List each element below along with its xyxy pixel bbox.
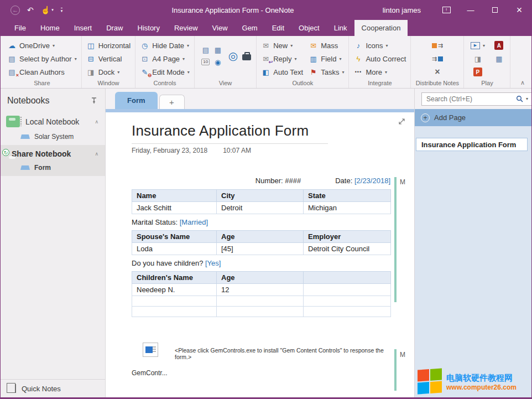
tab-insert[interactable]: Insert bbox=[67, 20, 100, 36]
tab-view[interactable]: View bbox=[205, 20, 235, 36]
auto-correct-button[interactable]: ϟ Auto Correct bbox=[352, 52, 408, 65]
field-button[interactable]: ▥ Field ▾ bbox=[307, 52, 346, 65]
section-tab-form[interactable]: Form bbox=[115, 92, 158, 109]
marital-status-control[interactable]: [Married] bbox=[180, 218, 208, 226]
select-by-author-button[interactable]: ▤ Select by Author ▾ bbox=[6, 52, 79, 65]
chevron-up-icon[interactable]: ∧ bbox=[95, 119, 98, 125]
page-title[interactable]: Insurance Application Form bbox=[132, 122, 414, 139]
tab-file[interactable]: File bbox=[7, 20, 33, 36]
table-cell[interactable] bbox=[304, 296, 391, 307]
table-header-cell[interactable]: Children's Name bbox=[132, 272, 217, 284]
tab-edit[interactable]: Edit bbox=[265, 20, 291, 36]
vertical-button[interactable]: ⊟ Vertical bbox=[85, 52, 133, 65]
table-cell[interactable] bbox=[132, 296, 217, 307]
pin-icon[interactable] bbox=[91, 97, 97, 104]
onedrive-button[interactable]: ☁ OneDrive ▾ bbox=[6, 39, 79, 52]
tab-link[interactable]: Link bbox=[327, 20, 354, 36]
table-cell[interactable] bbox=[217, 296, 304, 307]
tasks-button[interactable]: ⚑ Tasks ▾ bbox=[307, 65, 346, 79]
reply-button[interactable]: ✉↩ Reply ▾ bbox=[259, 52, 305, 65]
table-header-cell[interactable] bbox=[304, 272, 391, 284]
search-icon[interactable] bbox=[516, 95, 523, 102]
table-cell[interactable]: Detroit bbox=[217, 202, 304, 214]
back-icon[interactable]: ← bbox=[11, 6, 20, 15]
tab-home[interactable]: Home bbox=[33, 20, 67, 36]
search-box[interactable]: ▾ bbox=[421, 92, 532, 106]
auto-text-button[interactable]: ◧ Auto Text bbox=[259, 65, 305, 79]
signed-in-user[interactable]: linton james bbox=[369, 6, 434, 14]
tab-cooperation[interactable]: Cooperation bbox=[354, 20, 408, 36]
table-header-cell[interactable]: Spouse's Name bbox=[132, 231, 217, 243]
table-cell[interactable] bbox=[217, 307, 304, 317]
distribute-notes-button[interactable]: ⇉ bbox=[430, 39, 445, 52]
gemcontrols-attachment-icon[interactable] bbox=[143, 343, 158, 357]
radio-control-icon[interactable]: ◉ bbox=[213, 59, 222, 66]
close-button[interactable]: × bbox=[507, 0, 531, 20]
tab-history[interactable]: History bbox=[131, 20, 167, 36]
table-header-cell[interactable]: Age bbox=[217, 272, 304, 284]
full-page-view-icon[interactable] bbox=[398, 118, 405, 127]
new-section-button[interactable]: + bbox=[159, 95, 185, 109]
clean-authors-button[interactable]: ▤× Clean Authors bbox=[6, 65, 79, 79]
mass-mail-button[interactable]: ✉ Mass bbox=[307, 39, 346, 52]
search-scope-caret-icon[interactable]: ▾ bbox=[526, 96, 528, 101]
add-page-button[interactable]: + Add Page bbox=[415, 109, 531, 126]
number-field[interactable]: Number: #### bbox=[255, 177, 301, 185]
age-content-control[interactable]: [45] bbox=[217, 243, 304, 255]
web-table-button[interactable]: ▦ bbox=[493, 52, 505, 65]
number-control-icon[interactable]: 10 bbox=[201, 59, 210, 65]
scanner-button[interactable]: ◨ bbox=[471, 52, 484, 65]
a4-page-button[interactable]: ⊡ A4 Page ▾ bbox=[138, 52, 191, 65]
undo-icon[interactable]: ↶ bbox=[27, 6, 34, 14]
minimize-button[interactable]: — bbox=[458, 0, 483, 20]
table-cell[interactable]: Needeep N. bbox=[132, 284, 217, 296]
new-mail-button[interactable]: ✉ New ▾ bbox=[259, 39, 305, 52]
touch-mouse-mode-button[interactable]: ☝ ▾ bbox=[41, 6, 54, 14]
table-cell[interactable]: 12 bbox=[217, 284, 304, 296]
target-control-icon[interactable]: ◎ bbox=[228, 50, 238, 61]
chevron-up-icon[interactable]: ∧ bbox=[95, 151, 98, 157]
collapse-ribbon-icon[interactable]: ∧ bbox=[520, 79, 525, 86]
sidebar-section-form[interactable]: Form bbox=[1, 162, 105, 176]
table-cell[interactable]: Detroit City Council bbox=[304, 243, 391, 255]
date-content-control[interactable]: [2/23/2018] bbox=[354, 177, 390, 185]
hide-date-button[interactable]: ◷ Hide Date ▾ bbox=[138, 39, 191, 52]
page-canvas[interactable]: Insurance Application Form Friday, Febru… bbox=[106, 112, 414, 397]
table-cell[interactable]: Jack Schitt bbox=[132, 202, 217, 214]
sidebar-section-solar-system[interactable]: Solar System bbox=[1, 131, 105, 145]
tab-draw[interactable]: Draw bbox=[99, 20, 130, 36]
date-picker-control-icon[interactable]: ▦ bbox=[213, 46, 222, 54]
table-header-cell[interactable]: Age bbox=[217, 231, 304, 243]
cancel-distribute-button[interactable]: × bbox=[433, 65, 441, 79]
edit-mode-button[interactable]: ✎⊖ Edit Mode ▾ bbox=[138, 65, 191, 79]
more-button[interactable]: ••• More ▾ bbox=[352, 65, 408, 79]
tab-gem[interactable]: Gem bbox=[235, 20, 265, 36]
export-pdf-button[interactable]: A bbox=[493, 39, 505, 52]
ribbon-display-options-button[interactable]: ↑ bbox=[434, 0, 458, 20]
table-cell[interactable]: Loda bbox=[132, 243, 217, 255]
list-content-control-icon[interactable]: ▤ bbox=[201, 46, 210, 54]
table-header-cell[interactable]: City bbox=[217, 190, 304, 202]
search-input[interactable] bbox=[425, 95, 513, 103]
table-cell[interactable]: Michigan bbox=[304, 202, 391, 214]
presenter-button[interactable]: ▶ ▾ bbox=[469, 39, 487, 52]
page-list-item[interactable]: Insurance Application Form bbox=[416, 138, 528, 151]
attachment-filename[interactable]: GemContr... bbox=[132, 369, 414, 377]
sidebar-item-local-notebook[interactable]: Local Notebook ∧ bbox=[1, 111, 105, 131]
sidebar-item-share-notebook[interactable]: ↻ Share Notebook ∧ bbox=[1, 145, 105, 162]
table-cell[interactable] bbox=[304, 307, 391, 317]
maximize-button[interactable] bbox=[483, 0, 507, 20]
children-question-control[interactable]: [Yes] bbox=[205, 259, 221, 267]
briefcase-icon[interactable] bbox=[242, 54, 251, 60]
horizontal-button[interactable]: ◫ Horizontal bbox=[85, 39, 133, 52]
table-cell[interactable] bbox=[304, 284, 391, 296]
quick-notes-button[interactable]: Quick Notes bbox=[1, 379, 105, 397]
customize-qat-icon[interactable]: ▾ bbox=[61, 8, 63, 13]
tab-object[interactable]: Object bbox=[291, 20, 327, 36]
table-header-cell[interactable]: Name bbox=[132, 190, 217, 202]
collect-notes-button[interactable]: ⇉ bbox=[430, 52, 445, 65]
export-powerpoint-button[interactable]: P bbox=[472, 65, 484, 79]
table-header-cell[interactable]: Employer bbox=[304, 231, 391, 243]
dock-button[interactable]: ◨ Dock ▾ bbox=[85, 65, 133, 79]
table-header-cell[interactable]: State bbox=[304, 190, 391, 202]
